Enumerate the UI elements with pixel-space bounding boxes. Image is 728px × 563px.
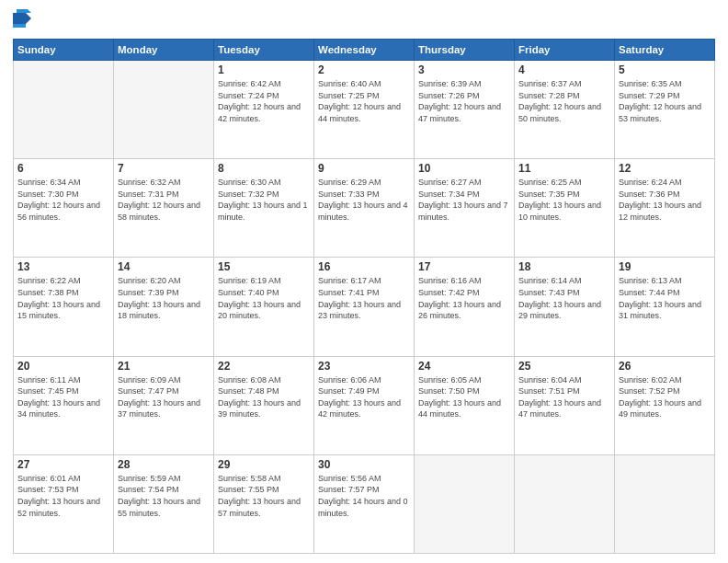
calendar-cell-2-5: 18Sunrise: 6:14 AMSunset: 7:43 PMDayligh… — [515, 258, 615, 356]
day-info: Sunrise: 5:56 AMSunset: 7:57 PMDaylight:… — [318, 473, 410, 519]
weekday-header-wednesday: Wednesday — [314, 40, 415, 61]
day-info: Sunrise: 6:37 AMSunset: 7:28 PMDaylight:… — [518, 78, 610, 124]
day-number: 17 — [418, 260, 510, 273]
calendar-cell-1-4: 10Sunrise: 6:27 AMSunset: 7:34 PMDayligh… — [415, 159, 515, 258]
calendar-cell-0-4: 3Sunrise: 6:39 AMSunset: 7:26 PMDaylight… — [415, 61, 515, 159]
week-row-1: 6Sunrise: 6:34 AMSunset: 7:30 PMDaylight… — [14, 159, 715, 258]
day-info: Sunrise: 6:16 AMSunset: 7:42 PMDaylight:… — [418, 275, 510, 321]
day-info: Sunrise: 6:29 AMSunset: 7:33 PMDaylight:… — [318, 177, 410, 223]
logo-icon — [13, 9, 31, 31]
weekday-header-row: SundayMondayTuesdayWednesdayThursdayFrid… — [14, 40, 715, 61]
day-info: Sunrise: 6:19 AMSunset: 7:40 PMDaylight:… — [218, 275, 310, 321]
day-info: Sunrise: 6:32 AMSunset: 7:31 PMDaylight:… — [118, 177, 210, 223]
day-number: 29 — [218, 458, 310, 471]
day-number: 13 — [17, 260, 109, 273]
day-number: 1 — [218, 63, 310, 76]
day-number: 3 — [418, 63, 510, 76]
day-info: Sunrise: 6:34 AMSunset: 7:30 PMDaylight:… — [17, 177, 109, 223]
day-info: Sunrise: 6:25 AMSunset: 7:35 PMDaylight:… — [518, 177, 610, 223]
day-number: 27 — [17, 458, 109, 471]
day-number: 30 — [318, 458, 410, 471]
calendar-cell-3-2: 22Sunrise: 6:08 AMSunset: 7:48 PMDayligh… — [214, 356, 314, 454]
calendar-cell-0-6: 5Sunrise: 6:35 AMSunset: 7:29 PMDaylight… — [615, 61, 715, 159]
calendar-cell-1-3: 9Sunrise: 6:29 AMSunset: 7:33 PMDaylight… — [314, 159, 415, 258]
day-number: 8 — [218, 162, 310, 175]
calendar-cell-4-5 — [515, 454, 615, 553]
calendar-table: SundayMondayTuesdayWednesdayThursdayFrid… — [13, 39, 715, 554]
day-info: Sunrise: 6:27 AMSunset: 7:34 PMDaylight:… — [418, 177, 510, 223]
day-number: 25 — [518, 360, 610, 373]
calendar-cell-0-1 — [114, 61, 214, 159]
day-info: Sunrise: 6:24 AMSunset: 7:36 PMDaylight:… — [619, 177, 711, 223]
day-number: 10 — [418, 162, 510, 175]
day-number: 5 — [619, 63, 711, 76]
calendar-cell-4-2: 29Sunrise: 5:58 AMSunset: 7:55 PMDayligh… — [214, 454, 314, 553]
day-number: 19 — [619, 260, 711, 273]
calendar-cell-4-3: 30Sunrise: 5:56 AMSunset: 7:57 PMDayligh… — [314, 454, 415, 553]
weekday-header-thursday: Thursday — [415, 40, 515, 61]
calendar-cell-2-4: 17Sunrise: 6:16 AMSunset: 7:42 PMDayligh… — [415, 258, 515, 356]
svg-marker-1 — [17, 9, 31, 13]
day-info: Sunrise: 6:06 AMSunset: 7:49 PMDaylight:… — [318, 374, 410, 420]
day-number: 4 — [518, 63, 610, 76]
day-info: Sunrise: 6:22 AMSunset: 7:38 PMDaylight:… — [17, 275, 109, 321]
day-number: 14 — [118, 260, 210, 273]
calendar-cell-3-3: 23Sunrise: 6:06 AMSunset: 7:49 PMDayligh… — [314, 356, 415, 454]
day-number: 24 — [418, 360, 510, 373]
day-info: Sunrise: 6:35 AMSunset: 7:29 PMDaylight:… — [619, 78, 711, 124]
day-info: Sunrise: 6:02 AMSunset: 7:52 PMDaylight:… — [619, 374, 711, 420]
day-info: Sunrise: 6:01 AMSunset: 7:53 PMDaylight:… — [17, 473, 109, 519]
calendar-cell-1-0: 6Sunrise: 6:34 AMSunset: 7:30 PMDaylight… — [14, 159, 114, 258]
day-number: 18 — [518, 260, 610, 273]
day-info: Sunrise: 6:40 AMSunset: 7:25 PMDaylight:… — [318, 78, 410, 124]
calendar-cell-1-2: 8Sunrise: 6:30 AMSunset: 7:32 PMDaylight… — [214, 159, 314, 258]
day-info: Sunrise: 6:42 AMSunset: 7:24 PMDaylight:… — [218, 78, 310, 124]
day-info: Sunrise: 6:14 AMSunset: 7:43 PMDaylight:… — [518, 275, 610, 321]
calendar-cell-4-4 — [415, 454, 515, 553]
day-number: 21 — [118, 360, 210, 373]
calendar-cell-3-6: 26Sunrise: 6:02 AMSunset: 7:52 PMDayligh… — [615, 356, 715, 454]
calendar-cell-2-1: 14Sunrise: 6:20 AMSunset: 7:39 PMDayligh… — [114, 258, 214, 356]
svg-marker-0 — [13, 13, 31, 24]
day-number: 20 — [17, 360, 109, 373]
day-number: 15 — [218, 260, 310, 273]
calendar-cell-2-2: 15Sunrise: 6:19 AMSunset: 7:40 PMDayligh… — [214, 258, 314, 356]
calendar-cell-0-5: 4Sunrise: 6:37 AMSunset: 7:28 PMDaylight… — [515, 61, 615, 159]
day-number: 28 — [118, 458, 210, 471]
calendar-cell-4-1: 28Sunrise: 5:59 AMSunset: 7:54 PMDayligh… — [114, 454, 214, 553]
day-number: 12 — [619, 162, 711, 175]
week-row-0: 1Sunrise: 6:42 AMSunset: 7:24 PMDaylight… — [14, 61, 715, 159]
calendar-cell-1-1: 7Sunrise: 6:32 AMSunset: 7:31 PMDaylight… — [114, 159, 214, 258]
day-number: 23 — [318, 360, 410, 373]
calendar-cell-0-2: 1Sunrise: 6:42 AMSunset: 7:24 PMDaylight… — [214, 61, 314, 159]
weekday-header-saturday: Saturday — [615, 40, 715, 61]
header — [13, 9, 715, 31]
weekday-header-sunday: Sunday — [14, 40, 114, 61]
calendar-cell-1-5: 11Sunrise: 6:25 AMSunset: 7:35 PMDayligh… — [515, 159, 615, 258]
calendar-cell-0-0 — [14, 61, 114, 159]
day-number: 22 — [218, 360, 310, 373]
day-info: Sunrise: 6:13 AMSunset: 7:44 PMDaylight:… — [619, 275, 711, 321]
calendar-cell-2-6: 19Sunrise: 6:13 AMSunset: 7:44 PMDayligh… — [615, 258, 715, 356]
day-info: Sunrise: 6:05 AMSunset: 7:50 PMDaylight:… — [418, 374, 510, 420]
week-row-2: 13Sunrise: 6:22 AMSunset: 7:38 PMDayligh… — [14, 258, 715, 356]
day-number: 16 — [318, 260, 410, 273]
day-info: Sunrise: 6:11 AMSunset: 7:45 PMDaylight:… — [17, 374, 109, 420]
calendar-cell-0-3: 2Sunrise: 6:40 AMSunset: 7:25 PMDaylight… — [314, 61, 415, 159]
calendar-cell-3-0: 20Sunrise: 6:11 AMSunset: 7:45 PMDayligh… — [14, 356, 114, 454]
day-info: Sunrise: 6:17 AMSunset: 7:41 PMDaylight:… — [318, 275, 410, 321]
day-info: Sunrise: 6:30 AMSunset: 7:32 PMDaylight:… — [218, 177, 310, 223]
day-number: 9 — [318, 162, 410, 175]
day-info: Sunrise: 5:58 AMSunset: 7:55 PMDaylight:… — [218, 473, 310, 519]
calendar-cell-4-6 — [615, 454, 715, 553]
page: SundayMondayTuesdayWednesdayThursdayFrid… — [0, 0, 728, 563]
week-row-3: 20Sunrise: 6:11 AMSunset: 7:45 PMDayligh… — [14, 356, 715, 454]
logo — [13, 9, 35, 31]
day-number: 7 — [118, 162, 210, 175]
day-number: 26 — [619, 360, 711, 373]
calendar-cell-2-0: 13Sunrise: 6:22 AMSunset: 7:38 PMDayligh… — [14, 258, 114, 356]
calendar-cell-3-1: 21Sunrise: 6:09 AMSunset: 7:47 PMDayligh… — [114, 356, 214, 454]
day-number: 6 — [17, 162, 109, 175]
week-row-4: 27Sunrise: 6:01 AMSunset: 7:53 PMDayligh… — [14, 454, 715, 553]
calendar-cell-4-0: 27Sunrise: 6:01 AMSunset: 7:53 PMDayligh… — [14, 454, 114, 553]
